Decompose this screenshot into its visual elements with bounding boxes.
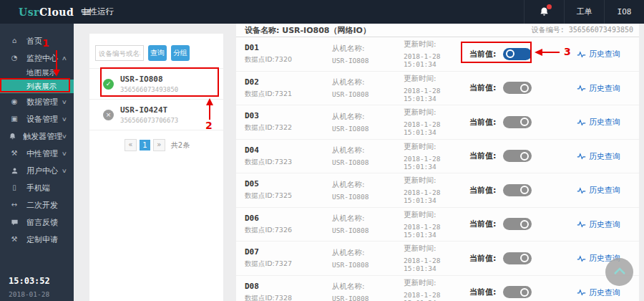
search-input[interactable]: [95, 45, 144, 61]
pagination: « 1 » 共2条: [89, 139, 223, 151]
pulse-icon: [577, 85, 586, 92]
update-time-cell: 更新时间:2018-1-28 15:01:34: [404, 108, 469, 136]
datapoint-row: D06数据点ID:7326从机名称:USR-IO808更新时间:2018-1-2…: [236, 208, 639, 242]
datapoint-id: 数据点ID:7320: [245, 55, 332, 64]
history-query-link[interactable]: 历史查询: [577, 117, 620, 128]
sidebar-item-label: 中性管理: [26, 148, 58, 159]
sidebar-item-dev-api[interactable]: ↔二次开发: [0, 196, 74, 214]
history-query-link[interactable]: 历史查询: [577, 185, 620, 196]
current-page-button[interactable]: 1: [140, 140, 150, 150]
current-value-toggle[interactable]: [503, 218, 532, 230]
sidebar-item-label: 触发器管理: [23, 131, 62, 142]
current-value-cell: 当前值:: [469, 116, 577, 128]
datapoint-row: D01数据点ID:7320从机名称:USR-IO808更新时间:2018-1-2…: [236, 37, 639, 72]
datapoint-name: D02: [245, 77, 332, 87]
datapoint-name-cell: D05数据点ID:7325: [245, 179, 332, 201]
history-query-link[interactable]: 历史查询: [577, 151, 620, 162]
user-menu[interactable]: IO8: [604, 0, 644, 24]
history-query-label: 历史查询: [589, 151, 620, 162]
device-meta: USR-IO424T356566073706673: [120, 105, 178, 124]
device-list-item[interactable]: ✓USR-IO808356566073493850: [89, 68, 223, 100]
sidebar-item-custom-request[interactable]: ⚒定制申请: [0, 231, 74, 248]
sidebar-item-monitor-center[interactable]: ◔监控中心∧: [0, 49, 74, 67]
current-value-toggle[interactable]: [503, 82, 532, 94]
update-time-label: 更新时间:: [404, 39, 469, 49]
group-button[interactable]: 分组: [171, 45, 190, 61]
notifications-button[interactable]: [524, 0, 564, 24]
update-time-label: 更新时间:: [404, 142, 469, 152]
slave-name-label: 从机名称:: [332, 145, 404, 156]
toggle-knob: [520, 152, 529, 161]
chevron-up-icon: [612, 265, 628, 280]
sidebar-item-label: 二次开发: [26, 200, 58, 211]
sidebar-item-home[interactable]: ⌂首页: [0, 32, 74, 49]
chevron-down-icon: ∨: [62, 133, 67, 140]
logo-cloud: Cloud: [39, 6, 74, 18]
pulse-icon: [577, 153, 586, 160]
update-time-cell: 更新时间:2018-1-28 15:01:34: [404, 176, 469, 204]
clock: 15:03:52: [9, 276, 62, 286]
bell-icon: [539, 6, 550, 17]
prev-page-button[interactable]: «: [125, 139, 137, 151]
device-list-item[interactable]: ×USR-IO424T356566073706673: [89, 100, 223, 130]
sidebar-item-label: 数据管理: [26, 97, 58, 108]
sidebar-item-feedback[interactable]: 留言反馈: [0, 214, 74, 231]
datapoint-row: D04数据点ID:7323从机名称:USR-IO808更新时间:2018-1-2…: [236, 140, 639, 174]
current-value-toggle[interactable]: [503, 184, 532, 196]
history-query-link[interactable]: 历史查询: [577, 49, 620, 59]
data-icon: ◉: [9, 98, 20, 105]
bell-icon: [9, 133, 16, 140]
device-id-label: 设备编号: 356566073493850: [532, 25, 633, 35]
history-cell: 历史查询: [577, 217, 639, 231]
toggle-knob: [520, 186, 529, 194]
chevron-up-icon: ∧: [62, 55, 67, 62]
sidebar-item-list-view[interactable]: 列表展示: [0, 80, 74, 93]
history-query-link[interactable]: 历史查询: [577, 219, 620, 230]
history-query-label: 历史查询: [589, 83, 620, 94]
topbar: UsrCloud ≡ 中性运行 工单 IO8: [0, 0, 644, 24]
search-button[interactable]: 查询: [148, 45, 167, 61]
current-value-toggle[interactable]: [503, 150, 532, 162]
slave-name-label: 从机名称:: [332, 282, 404, 292]
datapoint-name-cell: D01数据点ID:7320: [245, 43, 332, 64]
sidebar-item-data-mgmt[interactable]: ◉数据管理∨: [0, 93, 74, 110]
datapoint-row: D08数据点ID:7328从机名称:USR-IO808更新时间:2018-1-2…: [236, 276, 639, 301]
back-to-top-button[interactable]: [605, 258, 633, 286]
history-query-label: 历史查询: [589, 185, 620, 196]
update-time-label: 更新时间:: [404, 108, 469, 118]
sidebar-item-map-view[interactable]: 地图展示: [0, 67, 74, 80]
sidebar-item-mobile[interactable]: ▯手机端: [0, 179, 74, 196]
tools-icon: ⚒: [9, 236, 20, 243]
history-cell: 历史查询: [577, 183, 639, 197]
sidebar-item-user-center[interactable]: 用户中心∨: [0, 162, 74, 179]
work-order-button[interactable]: 工单: [564, 0, 604, 24]
current-value-cell: 当前值:: [469, 286, 577, 298]
current-value-label: 当前值:: [469, 82, 496, 93]
current-value-toggle[interactable]: [503, 252, 532, 264]
history-query-link[interactable]: 历史查询: [577, 83, 620, 94]
device-icon: ▣: [9, 115, 20, 123]
datapoint-id: 数据点ID:7328: [245, 294, 332, 301]
sidebar-item-neutral-mgmt[interactable]: ⚒中性管理∨: [0, 145, 74, 162]
update-time-label: 更新时间:: [404, 176, 469, 186]
online-check-icon: ✓: [103, 79, 114, 90]
next-page-button[interactable]: »: [153, 139, 165, 151]
datapoint-name: D04: [245, 145, 332, 155]
current-value-toggle[interactable]: [503, 116, 532, 128]
datapoint-panel: 设备名称: USR-IO808（网络IO） 设备编号: 356566073493…: [236, 24, 639, 301]
sidebar-item-device-mgmt[interactable]: ▣设备管理∨: [0, 110, 74, 128]
datapoint-panel-header: 设备名称: USR-IO808（网络IO） 设备编号: 356566073493…: [236, 24, 639, 37]
datapoint-row: D07数据点ID:7327从机名称:USR-IO808更新时间:2018-1-2…: [236, 242, 639, 276]
offline-cross-icon: ×: [103, 110, 114, 120]
history-cell: 历史查询: [577, 149, 639, 163]
device-search-row: 查询 分组: [95, 45, 223, 61]
history-query-link[interactable]: 历史查询: [577, 287, 620, 298]
history-cell: 历史查询: [577, 285, 639, 299]
current-value-toggle[interactable]: [503, 286, 532, 298]
sidebar-item-trigger-mgmt[interactable]: 触发器管理∨: [0, 128, 74, 145]
slave-name-label: 从机名称:: [332, 214, 404, 224]
current-value-toggle[interactable]: [503, 48, 532, 60]
update-time-value: 2018-1-28 15:01:34: [404, 257, 469, 272]
update-time-cell: 更新时间:2018-1-28 15:01:34: [404, 142, 469, 171]
update-time-label: 更新时间:: [404, 244, 469, 254]
